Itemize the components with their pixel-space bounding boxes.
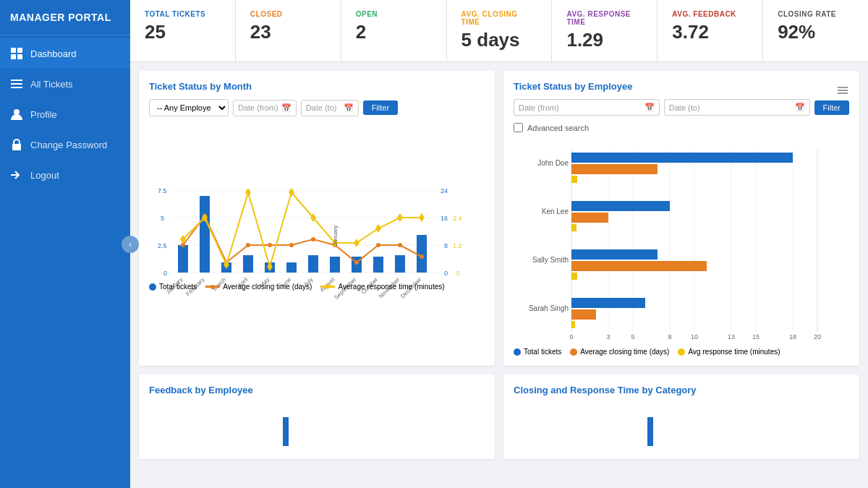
chart-feedback-employee: Feedback by Employee <box>139 374 495 459</box>
svg-text:Ken Lee: Ken Lee <box>542 207 569 215</box>
svg-text:7.5: 7.5 <box>158 187 167 194</box>
svg-point-7 <box>14 109 20 115</box>
svg-rect-105 <box>571 298 645 308</box>
sidebar-item-all-tickets[interactable]: All Tickets <box>0 69 130 99</box>
chart-employee-menu-icon[interactable] <box>836 85 849 95</box>
month-filter-button[interactable]: Filter <box>363 100 398 115</box>
stat-open-label: OPEN <box>356 10 432 18</box>
calendar-from-icon: 📅 <box>281 103 292 113</box>
sidebar-label-profile: Profile <box>30 109 57 120</box>
chart-closing-title: Closing and Response Time by Category <box>514 385 849 395</box>
stat-rate: CLOSING RATE 92% <box>763 0 868 61</box>
content-area: Ticket Status by Month -- Any Employe Da… <box>130 62 868 488</box>
svg-point-42 <box>289 243 294 247</box>
employee-chart-svg: 0 3 5 8 10 13 15 18 20 <box>514 138 832 341</box>
stat-avg-close-label: AVG. CLOSING TIME <box>461 10 537 26</box>
legend-emp-close: Average closing time (days) <box>570 348 669 356</box>
sidebar: MANAGER PORTAL Dashboard All Tickets <box>0 0 130 488</box>
svg-text:0: 0 <box>569 333 573 341</box>
employee-select[interactable]: -- Any Employe <box>149 99 229 116</box>
svg-rect-6 <box>11 87 22 88</box>
svg-text:0: 0 <box>444 270 448 277</box>
chart-feedback-title: Feedback by Employee <box>149 385 485 395</box>
svg-rect-1 <box>17 48 22 53</box>
sidebar-item-logout[interactable]: Logout <box>0 160 130 190</box>
emp-date-to-input[interactable]: Date (to) 📅 <box>664 99 810 116</box>
employee-filter-button[interactable]: Filter <box>814 100 849 115</box>
stat-total-label: TOTAL TICKETS <box>145 10 221 18</box>
sidebar-label-logout: Logout <box>30 170 59 181</box>
svg-rect-104 <box>571 273 577 280</box>
stat-avg-close: AVG. CLOSING TIME 5 days <box>447 0 553 61</box>
emp-date-to-label: Date (to) <box>669 103 700 112</box>
svg-rect-99 <box>571 201 670 211</box>
stat-closed-value: 23 <box>250 21 326 43</box>
arrow-right-icon <box>10 168 23 181</box>
stat-rate-label: CLOSING RATE <box>778 10 854 18</box>
main-content: TOTAL TICKETS 25 CLOSED 23 OPEN 2 AVG. C… <box>130 0 868 488</box>
svg-text:13: 13 <box>728 333 735 341</box>
sidebar-item-profile[interactable]: Profile <box>0 99 130 129</box>
stat-feedback-label: AVG. FEEDBACK <box>672 10 748 18</box>
svg-rect-5 <box>11 83 22 85</box>
user-icon <box>10 108 23 121</box>
svg-rect-98 <box>571 176 577 183</box>
svg-marker-57 <box>354 239 359 247</box>
legend-emp-label-resp: Avg response time (minutes) <box>688 348 780 356</box>
svg-marker-58 <box>375 224 381 233</box>
stat-closed-label: CLOSED <box>250 10 326 18</box>
sidebar-collapse-button[interactable]: ‹ <box>122 236 139 253</box>
legend-emp-dot-resp <box>678 348 685 356</box>
date-from-input[interactable]: Date (from) 📅 <box>233 100 297 116</box>
svg-rect-34 <box>373 257 383 273</box>
date-to-label: Date (to) <box>306 103 337 112</box>
date-from-label: Date (from) <box>238 103 278 112</box>
advanced-search-checkbox[interactable] <box>514 123 523 132</box>
svg-text:8: 8 <box>444 242 448 249</box>
svg-rect-30 <box>286 262 297 273</box>
stat-avg-resp-value: 1.29 <box>566 29 642 51</box>
svg-rect-4 <box>11 80 22 81</box>
svg-rect-2 <box>11 54 16 59</box>
stat-avg-resp-label: AVG. RESPONSE TIME <box>566 10 642 26</box>
sidebar-nav: Dashboard All Tickets Profile <box>0 35 130 488</box>
chart-ticket-status-employee: Ticket Status by Employee Date (from) 📅 … <box>503 71 859 366</box>
svg-rect-36 <box>417 235 427 273</box>
sidebar-item-change-password[interactable]: Change Password <box>0 129 130 160</box>
lock-icon <box>10 138 23 151</box>
legend-label-total: Total tickets <box>159 283 197 291</box>
svg-marker-60 <box>419 213 425 222</box>
stat-avg-resp: AVG. RESPONSE TIME 1.29 <box>552 0 658 61</box>
feedback-chart-placeholder <box>149 403 460 446</box>
emp-date-from-input[interactable]: Date (from) 📅 <box>514 99 660 116</box>
legend-avg-close: Average closing time (days) <box>205 283 312 291</box>
emp-date-from-label: Date (from) <box>519 103 559 112</box>
svg-rect-103 <box>571 261 707 271</box>
sidebar-label-all-tickets: All Tickets <box>30 79 73 90</box>
svg-text:8: 8 <box>668 333 671 341</box>
svg-text:0: 0 <box>456 270 460 277</box>
svg-rect-28 <box>243 255 253 273</box>
svg-rect-25 <box>178 245 188 273</box>
svg-point-43 <box>311 237 315 241</box>
legend-emp-resp: Avg response time (minutes) <box>678 348 780 356</box>
svg-rect-0 <box>11 48 16 53</box>
sidebar-item-dashboard[interactable]: Dashboard <box>0 38 130 69</box>
svg-rect-3 <box>17 54 22 59</box>
calendar-to-icon: 📅 <box>344 103 354 113</box>
svg-point-40 <box>246 243 250 247</box>
svg-text:5: 5 <box>161 215 164 222</box>
month-filter-row: -- Any Employe Date (from) 📅 Date (to) 📅… <box>149 99 485 116</box>
date-to-input[interactable]: Date (to) 📅 <box>301 100 359 116</box>
svg-point-46 <box>376 243 380 247</box>
stat-avg-close-value: 5 days <box>461 29 537 51</box>
svg-text:5: 5 <box>631 333 634 341</box>
emp-calendar-to-icon: 📅 <box>795 103 805 112</box>
legend-dot-total <box>149 283 156 291</box>
svg-text:10: 10 <box>691 333 698 341</box>
legend-emp-dot-total <box>514 348 521 356</box>
employee-chart-legend: Total tickets Average closing time (days… <box>514 348 849 356</box>
svg-point-45 <box>354 260 359 265</box>
stat-total-value: 25 <box>145 21 221 43</box>
svg-rect-96 <box>571 153 793 163</box>
